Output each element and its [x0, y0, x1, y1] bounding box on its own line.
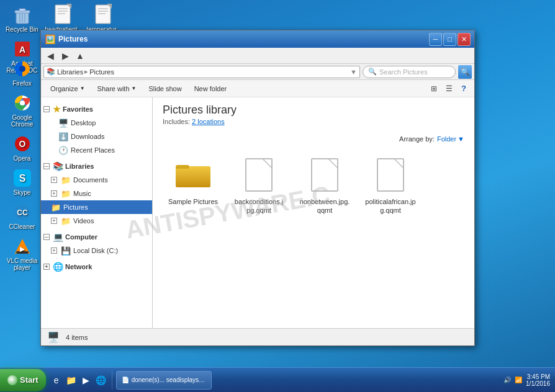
svg-text:S: S	[19, 173, 25, 184]
desktop-icon-temperature[interactable]: temperatur...	[87, 5, 121, 33]
desktop-icon-ccleaner[interactable]: CC CCleaner	[5, 202, 39, 230]
taskbar-folder-button[interactable]: 📁	[65, 373, 78, 387]
sidebar-section-favorites: ─ ★ Favorites 🖥️ Desktop ⬇️ Downloads 🕐	[41, 102, 152, 157]
music-expand-icon: +	[51, 190, 57, 197]
sidebar-section-computer: ─ 💻 Computer + 💾 Local Disk (C:)	[41, 230, 152, 257]
search-box[interactable]: 🔍 Search Pictures	[363, 66, 456, 78]
taskbar-window-item[interactable]: 📄 donene(s)... seadisplays.j...	[116, 371, 212, 390]
library-locations-link[interactable]: 2 locations	[192, 118, 225, 125]
file-item-backconditions[interactable]: backconditions.jpg.qqmt	[231, 153, 287, 218]
window-content: ─ ★ Favorites 🖥️ Desktop ⬇️ Downloads 🕐	[41, 97, 474, 328]
svg-text:O: O	[19, 139, 25, 149]
file-name-backconditions: backconditions.jpg.qqmt	[233, 197, 284, 215]
address-path-box[interactable]: 📚 Libraries ▸ Pictures ▼	[43, 66, 360, 78]
sidebar-header-favorites[interactable]: ─ ★ Favorites	[41, 102, 152, 116]
sidebar-item-local-disk[interactable]: + 💾 Local Disk (C:)	[41, 244, 152, 257]
recent-places-icon-sidebar: 🕐	[58, 145, 68, 155]
explorer-window: 🖼️ Pictures ─ □ ✕ ◀ ▶ ▲ 📚 Libraries ▸ Pi…	[40, 30, 475, 346]
file-icon-nonbetween	[305, 155, 345, 195]
search-icon: 🔍	[368, 68, 377, 76]
network-expand-icon: +	[43, 264, 50, 270]
help-button[interactable]: ?	[457, 82, 471, 96]
file-name-nonbetween: nonbetween.jpg.qqmt	[299, 197, 350, 215]
close-button[interactable]: ✕	[458, 33, 471, 46]
status-count: 4 items	[66, 334, 88, 341]
start-orb	[7, 375, 17, 385]
address-bar: 📚 Libraries ▸ Pictures ▼ 🔍 Search Pictur…	[41, 64, 474, 80]
taskbar-chrome-button[interactable]: 🌐	[94, 373, 108, 387]
sidebar-header-libraries[interactable]: ─ 📚 Libraries	[41, 159, 152, 173]
taskbar-wmp-button[interactable]: ▶	[79, 373, 93, 387]
vlc-label: VLC media player	[5, 257, 39, 271]
sidebar-item-videos[interactable]: + 📁 Videos	[41, 214, 152, 228]
view-list-button[interactable]: ☰	[442, 82, 456, 96]
headpatient-icon	[54, 5, 74, 25]
taskbar-ie-button[interactable]: e	[50, 373, 63, 387]
desktop-icon-opera[interactable]: O Opera	[5, 134, 39, 162]
slide-show-button[interactable]: Slide show	[143, 81, 187, 96]
taskbar-window-label: donene(s)... seadisplays.j...	[132, 376, 206, 383]
up-button[interactable]: ▲	[73, 49, 87, 63]
window-titlebar: 🖼️ Pictures ─ □ ✕	[41, 30, 474, 48]
navigation-toolbar: ◀ ▶ ▲	[41, 48, 474, 64]
start-button[interactable]: Start	[0, 369, 46, 391]
sidebar-section-libraries: ─ 📚 Libraries + 📁 Documents + 📁 Music	[41, 159, 152, 228]
sidebar-item-documents[interactable]: + 📁 Documents	[41, 173, 152, 187]
sidebar-header-network[interactable]: + 🌐 Network	[41, 260, 152, 274]
window-titlebar-icon: 🖼️	[45, 34, 55, 44]
arrange-by-dropdown-icon: ▼	[458, 135, 464, 143]
sidebar-item-desktop[interactable]: 🖥️ Desktop	[41, 116, 152, 130]
vlc-icon: ▶	[12, 236, 32, 256]
view-toggle-button[interactable]: ⊞	[427, 82, 441, 96]
file-item-politicalafrican[interactable]: politicalafrican.jpg.qqmt	[363, 153, 418, 218]
local-disk-item-label: Local Disk (C:)	[73, 247, 118, 254]
organize-button[interactable]: Organize ▼	[45, 81, 91, 96]
desktop-icon-firefox[interactable]: Firefox	[5, 59, 39, 87]
taskbar-windows: 📄 donene(s)... seadisplays.j...	[114, 371, 497, 390]
search-submit-button[interactable]: 🔍	[458, 65, 472, 79]
share-arrow-icon: ▼	[132, 86, 137, 91]
desktop-icon-headpatient[interactable]: headpatient...	[47, 5, 81, 33]
computer-collapse-icon: ─	[43, 234, 50, 240]
pictures-icon-sidebar: 📁	[51, 202, 61, 212]
documents-item-label: Documents	[73, 176, 108, 184]
organize-arrow-icon: ▼	[80, 86, 85, 91]
desktop-icon-chrome[interactable]: Google Chrome	[5, 93, 39, 128]
sidebar-item-recent-places[interactable]: 🕐 Recent Places	[41, 143, 152, 157]
temperature-icon	[94, 5, 114, 25]
computer-label: Computer	[65, 233, 97, 241]
chrome-label: Google Chrome	[5, 114, 39, 128]
desktop-icon-vlc[interactable]: ▶ VLC media player	[5, 236, 39, 271]
minimize-button[interactable]: ─	[429, 33, 442, 46]
taskbar-divider	[112, 371, 112, 390]
sidebar-item-pictures[interactable]: 📁 Pictures	[41, 200, 152, 214]
file-item-sample-pictures[interactable]: Sample Pictures	[165, 153, 221, 218]
videos-icon-sidebar: 📁	[61, 216, 71, 226]
skype-icon: S	[12, 168, 32, 188]
window-title: Pictures	[58, 35, 425, 43]
recycle-bin-icon	[12, 5, 32, 25]
desktop-icon-skype[interactable]: S Skype	[5, 168, 39, 196]
arrange-by-dropdown[interactable]: Folder ▼	[437, 135, 464, 143]
new-folder-label: New folder	[194, 85, 227, 92]
address-dropdown-icon[interactable]: ▼	[350, 68, 357, 76]
file-icon-politicalafrican	[371, 155, 410, 195]
forward-button[interactable]: ▶	[58, 49, 72, 63]
file-area: Pictures library Includes: 2 locations A…	[153, 97, 474, 328]
back-button[interactable]: ◀	[43, 49, 57, 63]
menu-toolbar: Organize ▼ Share with ▼ Slide show New f…	[41, 80, 474, 97]
library-title: Pictures library	[163, 104, 464, 117]
recycle-bin-label: Recycle Bin	[6, 26, 38, 33]
view-buttons: ⊞ ☰ ?	[427, 82, 471, 96]
acrobat-icon: A	[12, 39, 32, 59]
new-folder-button[interactable]: New folder	[189, 81, 233, 96]
sidebar-header-computer[interactable]: ─ 💻 Computer	[41, 230, 152, 244]
maximize-button[interactable]: □	[443, 33, 456, 46]
file-item-nonbetween[interactable]: nonbetween.jpg.qqmt	[297, 153, 353, 218]
taskbar-window-icon: 📄	[122, 376, 129, 383]
svg-text:CC: CC	[17, 208, 28, 217]
share-with-button[interactable]: Share with ▼	[92, 81, 142, 96]
desktop-icon-recycle-bin[interactable]: Recycle Bin	[5, 5, 39, 33]
sidebar-item-downloads[interactable]: ⬇️ Downloads	[41, 130, 152, 143]
sidebar-item-music[interactable]: + 📁 Music	[41, 187, 152, 200]
